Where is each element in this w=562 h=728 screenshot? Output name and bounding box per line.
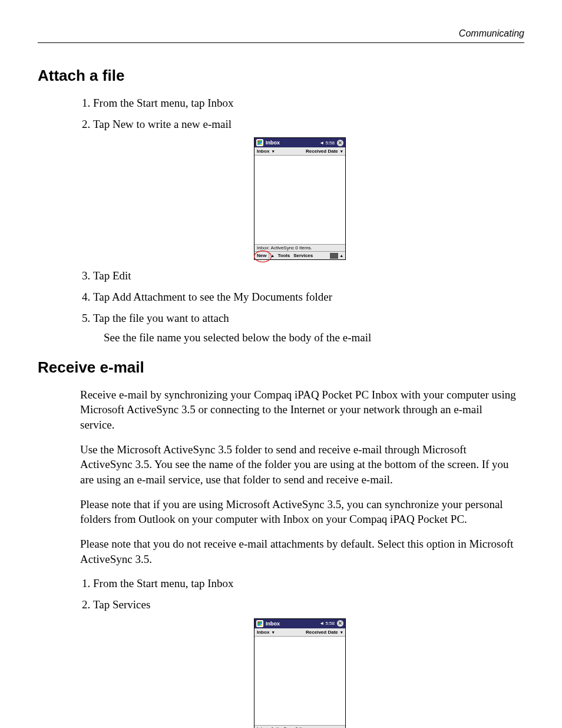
receive-para-4: Please note that you do not receive e-ma… [80, 536, 520, 566]
heading-receive-email: Receive e-mail [38, 358, 524, 377]
sip-up-icon[interactable]: ▴ [339, 253, 344, 258]
folder-dropdown[interactable]: Inbox ▾ [257, 149, 275, 154]
attach-step-5-sub: See the file name you selected below the… [104, 330, 520, 345]
chevron-down-icon: ▾ [272, 149, 275, 153]
chevron-down-icon: ▾ [340, 149, 343, 153]
app-title: Inbox [266, 140, 317, 146]
sort-dropdown[interactable]: Received Date ▾ [306, 149, 343, 154]
attach-steps-list-cont: Tap Edit Tap Add Attachment to see the M… [93, 268, 520, 345]
chevron-down-icon: ▾ [272, 630, 275, 634]
pocketpc-titlebar: Inbox ◄ 5:58 ✕ [254, 138, 345, 147]
attach-steps-list: From the Start menu, tap Inbox Tap New t… [93, 95, 520, 131]
pocketpc-menubar: New ▴ Tools Services ▴ [254, 251, 345, 259]
close-icon[interactable]: ✕ [337, 620, 343, 627]
sort-dropdown[interactable]: Received Date ▾ [306, 630, 343, 635]
screenshot-inbox-new: Inbox ◄ 5:58 ✕ Inbox ▾ Received Date ▾ I… [254, 137, 346, 260]
message-list-empty [254, 637, 345, 725]
receive-step-2: Tap Services [93, 597, 520, 612]
receive-para-2: Use the Microsoft ActiveSync 3.5 folder … [80, 442, 520, 487]
attach-step-2: Tap New to write a new e-mail [93, 117, 520, 132]
screenshot-inbox-services: Inbox ◄ 5:58 ✕ Inbox ▾ Received Date ▾ I… [254, 618, 346, 728]
receive-para-1: Receive e-mail by synchronizing your Com… [80, 387, 520, 433]
keyboard-icon[interactable] [330, 253, 338, 259]
app-title: Inbox [266, 621, 317, 627]
folder-dropdown[interactable]: Inbox ▾ [257, 630, 275, 635]
header-rule [38, 42, 524, 43]
chevron-down-icon: ▾ [340, 630, 343, 634]
pocketpc-toolbar: Inbox ▾ Received Date ▾ [254, 147, 345, 156]
menu-tools[interactable]: Tools [276, 253, 291, 258]
running-head: Communicating [38, 28, 524, 42]
status-bar: Inbox: ActiveSync 0 Items. [254, 244, 345, 251]
message-list-empty [254, 156, 345, 244]
attach-step-4: Tap Add Attachment to see the My Documen… [93, 289, 520, 305]
close-icon[interactable]: ✕ [337, 140, 343, 146]
pocketpc-titlebar: Inbox ◄ 5:58 ✕ [254, 619, 345, 628]
receive-step-1: From the Start menu, tap Inbox [93, 576, 520, 591]
clock-text: ◄ 5:58 [319, 140, 335, 146]
start-icon[interactable] [256, 139, 263, 146]
attach-step-5: Tap the file you want to attach See the … [93, 311, 520, 345]
menu-services[interactable]: Services [292, 253, 314, 258]
pocketpc-toolbar: Inbox ▾ Received Date ▾ [254, 628, 345, 637]
receive-para-3: Please note that if you are using Micros… [80, 497, 520, 527]
clock-text: ◄ 5:58 [319, 621, 335, 626]
status-bar: Inbox: ActiveSync 0 Items. [254, 725, 345, 728]
attach-step-1: From the Start menu, tap Inbox [93, 95, 520, 111]
start-icon[interactable] [256, 620, 263, 627]
heading-attach-a-file: Attach a file [38, 67, 524, 85]
menu-new[interactable]: New [256, 253, 267, 258]
receive-steps-list: From the Start menu, tap Inbox Tap Servi… [93, 576, 520, 612]
attach-step-3: Tap Edit [93, 268, 520, 284]
